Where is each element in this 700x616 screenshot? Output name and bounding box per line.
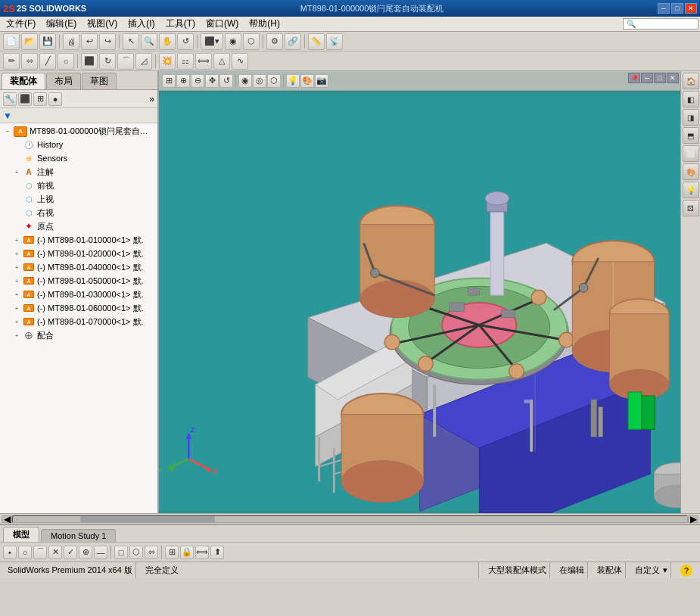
vp-rotate[interactable]: ↺ bbox=[219, 74, 233, 88]
tb-assembly-button[interactable]: ⚙ bbox=[266, 33, 283, 50]
vp-pan[interactable]: ✥ bbox=[205, 74, 219, 88]
tb-measure-button[interactable]: 📏 bbox=[308, 33, 325, 50]
comp4-expander[interactable] bbox=[12, 276, 21, 285]
vp-shading[interactable]: ◉ bbox=[238, 74, 252, 88]
bt-check-btn[interactable]: ✓ bbox=[64, 546, 77, 559]
menu-help[interactable]: 帮助(H) bbox=[244, 17, 285, 31]
viewport[interactable]: ⊞ ⊕ ⊖ ✥ ↺ ◉ ◎ ⬡ 💡 🎨 📷 📌 ─ □ ✕ bbox=[159, 71, 680, 513]
tb-curve-button[interactable]: ∿ bbox=[232, 53, 248, 70]
tb-revolve-button[interactable]: ↻ bbox=[99, 53, 116, 70]
tb-undo-button[interactable]: ↩ bbox=[81, 33, 98, 50]
tb-view-button[interactable]: ⬛▾ bbox=[201, 33, 223, 50]
tb-rotate-button[interactable]: ↺ bbox=[177, 33, 194, 50]
tb-mate-button[interactable]: 🔗 bbox=[285, 33, 301, 50]
vp-zoom-in[interactable]: ⊕ bbox=[176, 74, 190, 88]
bt-grid-btn[interactable]: ⊞ bbox=[165, 546, 179, 559]
custom-dropdown[interactable]: ▾ bbox=[663, 565, 667, 575]
comp3-expander[interactable] bbox=[12, 263, 21, 272]
menu-edit[interactable]: 编辑(E) bbox=[42, 17, 81, 31]
bt-rect-btn[interactable]: □ bbox=[114, 546, 128, 559]
tb-line-button[interactable]: ╱ bbox=[39, 53, 56, 70]
tb-pan-button[interactable]: ✋ bbox=[159, 33, 176, 50]
rt-view-right[interactable]: ◨ bbox=[683, 109, 699, 126]
tree-sensors[interactable]: ⊕ Sensors bbox=[0, 151, 157, 165]
rt-home-button[interactable]: 🏠 bbox=[683, 73, 699, 89]
tree-right-view[interactable]: ⬡ 右视 bbox=[0, 206, 157, 219]
help-icon[interactable]: ? bbox=[680, 565, 692, 577]
tb-select-button[interactable]: ↖ bbox=[123, 33, 139, 50]
tree-origin[interactable]: ✦ 原点 bbox=[0, 219, 157, 233]
mate-expander[interactable] bbox=[12, 331, 21, 340]
bt-x-btn[interactable]: ✕ bbox=[48, 546, 62, 559]
menu-view[interactable]: 视图(V) bbox=[82, 17, 122, 31]
tb-mirror-button[interactable]: ⟺ bbox=[195, 53, 212, 70]
tree-top-view[interactable]: ⬡ 上视 bbox=[0, 192, 157, 206]
vp-minimize-button[interactable]: ─ bbox=[641, 73, 653, 83]
rt-view-front[interactable]: ◧ bbox=[683, 91, 699, 107]
tree-comp2[interactable]: A (-) MT898-01-020000<1> 默. bbox=[0, 247, 157, 260]
tb-chamfer-button[interactable]: ◿ bbox=[135, 53, 152, 70]
root-expander[interactable] bbox=[3, 127, 12, 136]
tb-pattern-button[interactable]: ⚏ bbox=[177, 53, 194, 70]
annot-expander[interactable] bbox=[12, 167, 21, 176]
tb-redo-button[interactable]: ↪ bbox=[99, 33, 116, 50]
vp-zoom-fit[interactable]: ⊞ bbox=[162, 74, 176, 88]
tb-new-button[interactable]: 📄 bbox=[3, 33, 20, 50]
tb-extrude-button[interactable]: ⬛ bbox=[81, 53, 98, 70]
tree-comp7[interactable]: A (-) MT898-01-070000<1> 默. bbox=[0, 315, 157, 328]
search-box[interactable]: 🔍 bbox=[623, 18, 698, 30]
rt-color-button[interactable]: 🎨 bbox=[683, 163, 699, 180]
bt-poly-btn[interactable]: ⬡ bbox=[129, 546, 143, 559]
comp1-expander[interactable] bbox=[12, 235, 21, 244]
tree-comp4[interactable]: A (-) MT898-01-050000<1> 默. bbox=[0, 274, 157, 288]
tab-assembly[interactable]: 装配体 bbox=[2, 73, 45, 89]
rt-view-iso[interactable]: ⬜ bbox=[683, 145, 699, 162]
tab-sketch[interactable]: 草图 bbox=[82, 73, 117, 89]
tb-sensor-button[interactable]: 📡 bbox=[326, 33, 343, 50]
bt-mirror-btn[interactable]: ⟺ bbox=[195, 546, 209, 559]
scroll-left-btn[interactable]: ◀ bbox=[2, 515, 12, 523]
vp-wire[interactable]: ⬡ bbox=[267, 74, 281, 88]
rt-view-top[interactable]: ⬒ bbox=[683, 127, 699, 144]
bt-arc-btn[interactable]: ⌒ bbox=[33, 546, 47, 559]
bt-circle-btn[interactable]: ○ bbox=[18, 546, 32, 559]
panel-icon-4[interactable]: ● bbox=[48, 92, 62, 106]
tb-smart-dim-button[interactable]: ⬄ bbox=[21, 53, 38, 70]
tb-save-button[interactable]: 💾 bbox=[39, 33, 56, 50]
tree-comp1[interactable]: A (-) MT898-01-010000<1> 默. bbox=[0, 233, 157, 247]
tb-wireframe-button[interactable]: ⬡ bbox=[243, 33, 260, 50]
tb-print-button[interactable]: 🖨 bbox=[63, 33, 79, 50]
tb-circle-button[interactable]: ○ bbox=[58, 53, 74, 70]
vp-camera[interactable]: 📷 bbox=[315, 74, 328, 88]
maximize-button[interactable]: □ bbox=[671, 3, 683, 14]
bt-dash-btn[interactable]: — bbox=[94, 546, 107, 559]
tb-explode-button[interactable]: 💥 bbox=[159, 53, 176, 70]
bt-point-btn[interactable]: • bbox=[3, 546, 17, 559]
rt-section-button[interactable]: ⚄ bbox=[683, 200, 699, 216]
tree-comp5[interactable]: A (-) MT898-01-030000<1> 默. bbox=[0, 288, 157, 301]
vp-lights[interactable]: 💡 bbox=[286, 74, 300, 88]
tab-model[interactable]: 模型 bbox=[3, 527, 39, 542]
scroll-track[interactable] bbox=[12, 515, 688, 523]
vp-zoom-out[interactable]: ⊖ bbox=[191, 74, 204, 88]
tab-layout[interactable]: 布局 bbox=[46, 73, 81, 89]
tb-fillet-button[interactable]: ⌒ bbox=[117, 53, 134, 70]
bt-lock-btn[interactable]: 🔒 bbox=[180, 546, 194, 559]
tb-open-button[interactable]: 📂 bbox=[21, 33, 38, 50]
tree-history[interactable]: 🕐 History bbox=[0, 138, 157, 151]
menu-tools[interactable]: 工具(T) bbox=[161, 17, 200, 31]
vp-color[interactable]: 🎨 bbox=[300, 74, 314, 88]
comp2-expander[interactable] bbox=[12, 249, 21, 258]
tb-shading-button[interactable]: ◉ bbox=[225, 33, 241, 50]
tree-comp3[interactable]: A (-) MT898-01-040000<1> 默. bbox=[0, 260, 157, 274]
vp-hidden[interactable]: ◎ bbox=[253, 74, 266, 88]
menu-insert[interactable]: 插入(I) bbox=[123, 17, 159, 31]
tree-front-view[interactable]: ⬡ 前视 bbox=[0, 179, 157, 192]
tree-comp6[interactable]: A (-) MT898-01-060000<1> 默. bbox=[0, 301, 157, 315]
menu-file[interactable]: 文件(F) bbox=[2, 17, 40, 31]
comp6-expander[interactable] bbox=[12, 303, 21, 313]
tree-root[interactable]: A MT898-01-000000锁闩尾套自动装配 bbox=[0, 125, 157, 138]
horizontal-scrollbar[interactable]: ◀ ▶ bbox=[0, 513, 700, 524]
minimize-button[interactable]: ─ bbox=[658, 3, 670, 14]
rt-lights-button[interactable]: 💡 bbox=[683, 182, 699, 198]
